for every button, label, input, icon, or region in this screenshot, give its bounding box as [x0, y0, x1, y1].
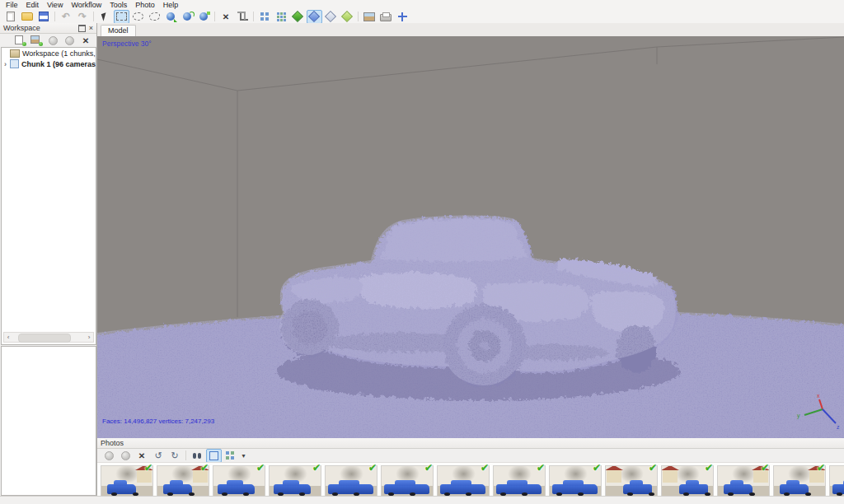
car-shape [832, 484, 844, 494]
tree-item-workspace-root[interactable]: Workspace (1 chunks, 96 camera [2, 48, 96, 58]
rotate-right-button[interactable]: ↻ [167, 449, 183, 463]
model-viewport[interactable]: Perspective 30° Faces: 14,496,827 vertic… [97, 36, 844, 438]
photo-thumbnail[interactable]: ✔ [437, 465, 490, 498]
photos-tool-1-button[interactable] [101, 449, 117, 463]
status-bar [0, 496, 844, 504]
scroll-left-icon[interactable]: ‹ [4, 334, 12, 341]
open-button[interactable] [20, 10, 35, 24]
undo-button[interactable]: ↶ [59, 10, 74, 24]
model-shaded-view-button[interactable] [290, 10, 306, 24]
photo-thumbnail[interactable]: ✔ [157, 465, 209, 498]
scroll-right-icon[interactable]: › [85, 334, 93, 341]
redo-button[interactable]: ↷ [75, 10, 91, 24]
show-photos-button[interactable] [362, 10, 377, 24]
workspace-panel-title: Workspace [3, 24, 40, 32]
aligned-check-icon: ✔ [200, 463, 209, 473]
view-details-button[interactable] [190, 449, 205, 463]
car-shape [623, 484, 652, 494]
photo-thumbnail[interactable]: ✔ [717, 465, 770, 498]
save-button[interactable] [36, 10, 52, 24]
photo-thumbnail[interactable]: ✔ [549, 465, 602, 498]
reset-view-button[interactable] [395, 10, 410, 24]
photo-image [830, 466, 844, 497]
model-wireframe-view-button[interactable] [323, 10, 339, 24]
house-shape [663, 470, 678, 483]
navigation-tool-button[interactable] [97, 10, 113, 24]
view-tab-bar: Model [97, 23, 844, 37]
workspace-panel: Workspace × ✕ Workspace (1 chunks, 96 ca… [0, 23, 97, 504]
toolbar-separator [358, 12, 359, 21]
photos-tool-2-button[interactable] [118, 449, 134, 463]
view-icons-button[interactable] [206, 449, 222, 463]
rotate-left-button[interactable]: ↺ [151, 449, 166, 463]
freeform-selection-tool-button[interactable] [147, 10, 162, 24]
menu-edit[interactable]: Edit [22, 0, 44, 10]
photo-thumbnail[interactable]: ✔ [661, 465, 714, 498]
workspace-panel-header: Workspace × [0, 23, 96, 34]
photo-thumbnail[interactable]: ✔ [269, 465, 321, 498]
secondary-panel [1, 346, 96, 496]
aligned-check-icon: ✔ [312, 463, 321, 473]
photo-thumbnail[interactable]: ✔ [381, 465, 434, 498]
photo-thumbnail[interactable]: ✔ [829, 465, 844, 498]
remove-photos-button[interactable]: ✕ [134, 449, 150, 463]
new-document-button[interactable] [3, 10, 19, 24]
model-confidence-view-button[interactable] [340, 10, 355, 24]
rotate-object-tool-button[interactable] [180, 10, 195, 24]
menu-photo[interactable]: Photo [131, 0, 159, 10]
car-shape [724, 484, 753, 494]
photo-thumbnail[interactable]: ✔ [213, 465, 265, 498]
thumbnail-size-caret-button[interactable]: ▾ [239, 449, 249, 463]
model-solid-view-button[interactable] [307, 10, 322, 24]
circle-selection-tool-button[interactable] [130, 10, 146, 24]
crop-selection-button[interactable] [235, 10, 251, 24]
car-shape [679, 484, 708, 494]
scrollbar-thumb[interactable] [18, 334, 71, 343]
aligned-check-icon: ✔ [256, 463, 265, 473]
photos-toolbar: ✕↺↻▾ [97, 449, 844, 462]
axis-z-label: z [837, 424, 840, 430]
axis-y-label: y [797, 413, 800, 419]
main-toolbar: ↶↷✕ [0, 10, 844, 24]
car-shape [384, 484, 429, 494]
dock-panel-icon[interactable] [78, 25, 86, 32]
car-shape [218, 484, 255, 494]
rectangle-selection-tool-button[interactable] [114, 10, 129, 24]
aligned-check-icon: ✔ [368, 463, 377, 473]
menu-workflow[interactable]: Workflow [67, 0, 106, 10]
menu-view[interactable]: View [43, 0, 67, 10]
scale-object-tool-button[interactable] [196, 10, 212, 24]
workspace-tool-3-button[interactable] [45, 34, 61, 48]
car-shape [780, 484, 809, 494]
tab-model[interactable]: Model [101, 25, 136, 36]
menu-help[interactable]: Help [159, 0, 183, 10]
workspace-tool-4-button[interactable] [62, 34, 77, 48]
toolbar-separator [54, 12, 55, 21]
add-chunk-button[interactable] [12, 34, 28, 48]
photo-thumbnail[interactable]: ✔ [493, 465, 546, 498]
tree-item-chunk-1[interactable]: ›Chunk 1 (96 cameras, 198,0 [2, 58, 96, 69]
photo-thumbnail[interactable]: ✔ [773, 465, 826, 498]
point-cloud-view-button[interactable] [257, 10, 273, 24]
menu-file[interactable]: File [2, 0, 22, 10]
close-panel-icon[interactable]: × [89, 25, 93, 31]
print-button[interactable] [378, 10, 394, 24]
perspective-label: Perspective 30° [102, 40, 152, 48]
photo-thumbnail[interactable]: ✔ [325, 465, 377, 498]
photo-thumbnail[interactable]: ✔ [101, 465, 153, 498]
move-object-tool-button[interactable] [163, 10, 179, 24]
menu-tools[interactable]: Tools [106, 0, 131, 10]
remove-items-button[interactable]: ✕ [78, 34, 94, 48]
add-photos-button[interactable] [29, 34, 45, 48]
view-thumbnails-button[interactable] [223, 449, 238, 463]
main-area: Model [97, 23, 844, 504]
car-shape [440, 484, 485, 494]
toolbar-separator [185, 450, 186, 460]
delete-selection-button[interactable]: ✕ [218, 10, 234, 24]
workspace-hscrollbar[interactable]: ‹ › [3, 332, 94, 343]
faces-status-label: Faces: 14,496,827 vertices: 7,247,293 [102, 418, 215, 425]
expander-icon[interactable]: › [4, 60, 10, 68]
photo-thumbnail[interactable]: ✔ [605, 465, 658, 498]
dense-cloud-view-button[interactable] [274, 10, 289, 24]
aligned-check-icon: ✔ [593, 463, 601, 473]
